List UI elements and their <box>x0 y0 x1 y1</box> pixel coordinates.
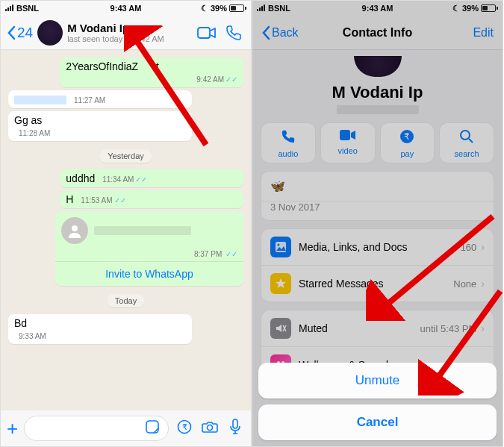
links-card: Media, Links, and Docs 160 › Starred Mes… <box>261 229 494 301</box>
svg-rect-0 <box>198 28 210 38</box>
read-ticks-icon: ✓✓ <box>225 75 237 84</box>
svg-text:₹: ₹ <box>404 131 410 142</box>
message-input[interactable] <box>24 416 169 441</box>
contact-name: M Vodani Ip <box>261 83 494 102</box>
butterfly-icon: 🦋 <box>270 179 285 193</box>
phone-icon <box>281 129 296 144</box>
video-call-button[interactable] <box>196 22 218 44</box>
chat-body[interactable]: 2YearsOfIndiaZt 9:42 AM✓✓ 11:27 AM Gg as… <box>1 50 251 410</box>
back-button[interactable]: 24 <box>7 25 33 41</box>
chevron-right-icon: › <box>481 241 485 253</box>
search-icon <box>459 129 474 144</box>
action-pay[interactable]: ₹pay <box>381 123 435 163</box>
message-time: 9:42 AM <box>196 75 224 84</box>
date-separator: Yesterday <box>8 149 243 162</box>
contact-name: M Vodani Ip <box>67 22 191 34</box>
read-ticks-icon: ✓✓ <box>135 175 147 184</box>
info-header: Back Contact Info Edit <box>252 16 503 50</box>
incoming-message[interactable]: 11:27 AM <box>8 90 192 108</box>
svg-text:₹: ₹ <box>182 422 187 431</box>
svg-point-5 <box>208 425 213 431</box>
action-audio[interactable]: audio <box>261 123 315 163</box>
clock-label: 9:43 AM <box>252 4 503 13</box>
mic-icon[interactable] <box>225 419 245 438</box>
media-icon <box>270 237 291 257</box>
outgoing-message[interactable]: uddhd 11:34 AM✓✓ <box>60 169 243 187</box>
message-time: 11:28 AM <box>19 129 50 137</box>
contact-info-screen: BSNL 9:43 AM ☾ 39% Back Contact Info Edi… <box>252 0 503 447</box>
person-icon <box>66 222 83 239</box>
incoming-message[interactable]: Bd 9:33 AM <box>8 314 192 344</box>
read-ticks-icon: ✓✓ <box>225 250 237 258</box>
message-time: 11:34 AM <box>102 175 134 184</box>
message-text: Bd <box>14 317 27 329</box>
page-title: Contact Info <box>252 26 503 40</box>
action-sheet: Unmute Cancel <box>258 357 497 440</box>
redacted-text <box>94 226 191 235</box>
contact-avatar[interactable] <box>37 20 63 46</box>
invite-to-whatsapp-button[interactable]: Invite to WhatsApp <box>55 261 243 286</box>
video-icon <box>340 129 356 141</box>
contact-avatar-large[interactable] <box>354 56 402 77</box>
chat-screen: BSNL 9:43 AM ☾ 39% 24 M Vodani Ip last s… <box>0 0 252 447</box>
message-time: 11:53 AM <box>81 196 112 204</box>
chevron-right-icon: › <box>481 322 485 334</box>
incoming-message[interactable]: Gg as 11:28 AM <box>8 111 192 141</box>
outgoing-message[interactable]: H 11:53 AM✓✓ <box>60 190 243 208</box>
star-icon <box>270 273 291 294</box>
rupee-icon[interactable]: ₹ <box>175 419 194 437</box>
message-time: 11:27 AM <box>74 96 105 104</box>
redacted-text <box>14 96 66 104</box>
unmute-button[interactable]: Unmute <box>258 363 497 398</box>
rupee-icon: ₹ <box>399 129 414 144</box>
phone-number-redacted <box>337 105 419 114</box>
svg-point-1 <box>72 225 78 231</box>
action-row: audio video ₹pay search <box>261 123 494 163</box>
action-video[interactable]: video <box>321 123 375 163</box>
about-date: 3 Nov 2017 <box>270 201 320 213</box>
row-starred[interactable]: Starred Messages None › <box>261 265 494 301</box>
cancel-button[interactable]: Cancel <box>258 404 497 440</box>
message-text: H <box>66 193 73 205</box>
message-text: 2YearsOfIndiaZ <box>66 60 138 72</box>
date-separator: Today <box>8 293 243 307</box>
row-muted[interactable]: Muted until 5:43 PM › <box>261 310 494 346</box>
about-card[interactable]: 🦋 3 Nov 2017 <box>261 172 494 220</box>
video-icon <box>197 26 217 40</box>
info-body: M Vodani Ip audio video ₹pay search 🦋 3 … <box>252 50 503 383</box>
attach-button[interactable]: + <box>7 417 18 440</box>
status-bar: BSNL 9:43 AM ☾ 39% <box>1 1 251 16</box>
audio-call-button[interactable] <box>223 22 245 44</box>
svg-rect-2 <box>146 421 158 433</box>
svg-point-12 <box>278 244 280 246</box>
muted-icon <box>270 318 291 339</box>
unread-count: 24 <box>17 25 33 41</box>
clock-label: 9:43 AM <box>1 4 251 13</box>
header-title-block[interactable]: M Vodani Ip last seen today at 9:42 AM <box>67 22 191 43</box>
row-media[interactable]: Media, Links, and Docs 160 › <box>261 229 494 265</box>
battery-icon <box>229 4 246 12</box>
camera-icon[interactable] <box>200 420 220 437</box>
status-bar: BSNL 9:43 AM ☾ 39% <box>252 1 503 16</box>
svg-point-10 <box>461 131 470 140</box>
battery-icon <box>481 4 498 12</box>
svg-rect-6 <box>233 419 237 428</box>
chat-header: 24 M Vodani Ip last seen today at 9:42 A… <box>1 16 251 50</box>
read-ticks-icon: ✓✓ <box>114 196 126 204</box>
shared-contact-card[interactable]: 8:37 PM ✓✓ Invite to WhatsApp <box>55 211 243 286</box>
chat-input-bar: + ₹ <box>1 410 251 446</box>
message-time: 9:33 AM <box>19 332 46 340</box>
message-time: 8:37 PM <box>194 250 222 258</box>
chevron-right-icon: › <box>481 278 485 290</box>
message-text: uddhd <box>66 172 95 184</box>
action-search[interactable]: search <box>440 123 494 163</box>
phone-icon <box>225 25 242 41</box>
shared-contact-avatar <box>61 217 88 244</box>
message-text: Gg as <box>14 114 42 126</box>
chevron-left-icon <box>7 25 16 40</box>
outgoing-message[interactable]: 2YearsOfIndiaZt 9:42 AM✓✓ <box>60 57 243 87</box>
last-seen-label: last seen today at 9:42 AM <box>67 34 191 43</box>
svg-rect-7 <box>340 130 350 140</box>
sticker-icon[interactable] <box>143 419 162 437</box>
